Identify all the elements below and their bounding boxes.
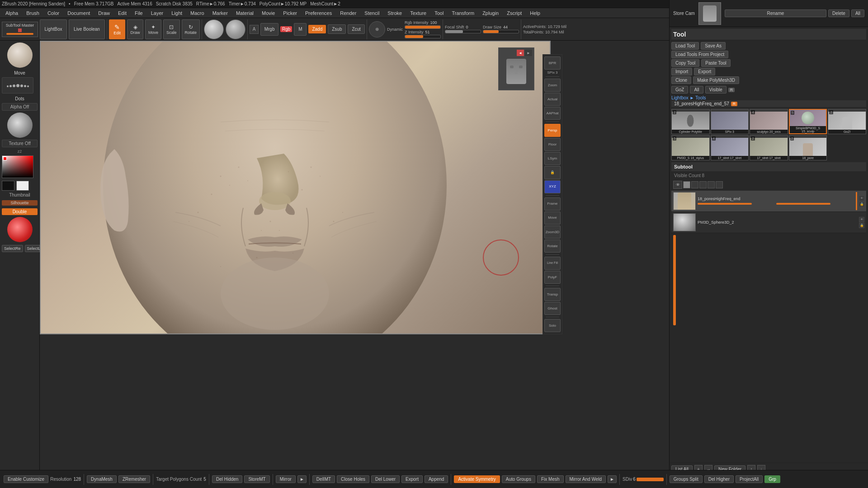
lightbox-button[interactable]: LightBox <box>40 19 67 39</box>
nav-arrow-right[interactable]: ► <box>525 50 532 56</box>
actual-button[interactable]: Actual <box>544 93 561 106</box>
menu-item-brush[interactable]: Brush <box>23 9 43 17</box>
dynamesh-button[interactable]: DynaMesh <box>87 475 117 483</box>
color-picker[interactable] <box>2 155 33 178</box>
menu-item-movie[interactable]: Movie <box>258 9 278 17</box>
move3d-button[interactable]: Move <box>544 211 561 225</box>
texture-sphere[interactable] <box>226 19 245 39</box>
append-button[interactable]: Append <box>425 475 448 483</box>
xyz-button[interactable]: XYZ <box>544 180 561 193</box>
tool-thumb-stret1[interactable]: 4 17_stret 17_stret <box>711 135 749 160</box>
subtool-item-sphere[interactable]: PM3D_Sphere3D_2 👁 🔒 <box>671 212 866 233</box>
menu-item-alpha[interactable]: Alpha <box>2 9 22 17</box>
black-swatch[interactable] <box>2 181 14 191</box>
texture-off-button[interactable]: Texture Off <box>2 140 38 147</box>
export-button[interactable]: Export <box>694 68 715 75</box>
subtool-ctrl-check3[interactable] <box>699 181 707 188</box>
make-polymesh3d-button[interactable]: Make PolyMesh3D <box>693 76 739 84</box>
auto-groups-button[interactable]: Auto Groups <box>502 475 535 483</box>
load-tools-from-project-button[interactable]: Load Tools From Project <box>671 51 728 58</box>
export-btn-bottom[interactable]: Export <box>401 475 423 483</box>
lock-button[interactable]: 🔒 <box>544 166 561 179</box>
tool-thumb-cylinder[interactable]: 2 Cylinder PolyMe <box>671 109 710 134</box>
subtool-ctrl-check4[interactable] <box>708 181 715 188</box>
alpha-off-button[interactable]: Alpha Off <box>2 103 38 111</box>
edit-button[interactable]: ✎ Edit <box>109 19 125 39</box>
paste-tool-button[interactable]: Paste Tool <box>701 59 731 67</box>
subtool-lock-icon2[interactable]: 🔒 <box>859 223 864 228</box>
transp-button[interactable]: Transp <box>544 288 561 301</box>
goz-button[interactable]: GoZ <box>671 86 688 94</box>
zadd-button[interactable]: Zadd <box>308 25 326 33</box>
brush-icon[interactable] <box>7 42 33 68</box>
menu-item-tool[interactable]: Tool <box>431 9 447 17</box>
nav-arrow-left[interactable]: ◄ <box>517 50 524 56</box>
stroke-preview[interactable] <box>2 77 33 94</box>
selectre-button[interactable]: SelectRe <box>2 245 23 252</box>
menu-item-preferences[interactable]: Preferences <box>302 9 335 17</box>
tool-thumb-sculp[interactable]: 4 sculptyo 20_orcs <box>750 109 788 134</box>
menu-item-marker[interactable]: Marker <box>209 9 231 17</box>
tool-thumb-pm3d[interactable]: 5 SimpleBPM3D_S 15_sculp <box>789 109 827 134</box>
menu-item-draw[interactable]: Draw <box>94 9 113 17</box>
delete-button[interactable]: Delete <box>828 9 849 17</box>
draw-size-slider[interactable] <box>483 30 519 33</box>
zoom3d-button[interactable]: Zoom3D <box>544 225 561 239</box>
frame-button[interactable]: Frame <box>544 197 561 211</box>
arrow2-button[interactable]: ► <box>608 475 617 483</box>
menu-item-picker[interactable]: Picker <box>279 9 301 17</box>
focal-shift-slider[interactable] <box>445 30 481 33</box>
tool-thumb-pore[interactable]: 2 18_pore <box>789 135 827 160</box>
tool-thumb-head[interactable]: 2 GoZ! <box>828 109 866 134</box>
subtool-ctrl-check1[interactable] <box>683 181 690 188</box>
del-lower-button[interactable]: Del Lower <box>371 475 400 483</box>
z-intensity-slider[interactable] <box>405 35 441 38</box>
rename-button[interactable]: Rename <box>725 9 826 17</box>
zremesher-button[interactable]: ZRemesher <box>118 475 150 483</box>
project-all-button[interactable]: ProjectAll <box>736 475 763 483</box>
menu-item-material[interactable]: Material <box>232 9 257 17</box>
activate-symmetry-button[interactable]: Activate Symmetry <box>454 475 500 483</box>
close-holes-button[interactable]: Close Holes <box>337 475 369 483</box>
store-mt-button[interactable]: StoreMT <box>244 475 269 483</box>
material-sphere[interactable] <box>7 217 33 242</box>
polyf-button[interactable]: PolyF <box>544 271 561 284</box>
lightbox-tools-label[interactable]: Lightbox ► Tools <box>671 95 706 100</box>
grp-button[interactable]: Grp <box>764 475 780 483</box>
menu-item-file[interactable]: File <box>131 9 146 17</box>
a-toggle[interactable]: A <box>250 25 259 34</box>
menu-item-edit[interactable]: Edit <box>114 9 130 17</box>
all-button[interactable]: All <box>851 9 864 17</box>
fix-mesh-button[interactable]: Fix Mesh <box>537 475 564 483</box>
subtool-eye-icon[interactable]: 👁 <box>859 196 864 201</box>
menu-item-transform[interactable]: Transform <box>448 9 478 17</box>
enable-customize-button[interactable]: Enable Customize <box>4 475 48 483</box>
copy-tool-button[interactable]: Copy Tool <box>671 59 699 67</box>
subtool-eye-icon2[interactable]: 👁 <box>859 217 864 222</box>
aaphat-button[interactable]: AAPhat <box>544 107 561 120</box>
dynamic-icon[interactable]: ⊕ <box>369 21 385 38</box>
visible-button[interactable]: Visible <box>705 86 726 94</box>
del-hidden-button[interactable]: Del Hidden <box>212 475 242 483</box>
menu-item-light[interactable]: Light <box>168 9 186 17</box>
rgb-intensity-slider[interactable] <box>405 25 441 29</box>
menu-item-zplugin[interactable]: Zplugin <box>479 9 502 17</box>
m-button[interactable]: M <box>294 23 307 36</box>
subtool-ctrl-check2[interactable] <box>691 181 698 188</box>
load-tool-button[interactable]: Load Tool <box>671 42 699 50</box>
all-button2[interactable]: All <box>690 86 703 94</box>
rotate3d-button[interactable]: Rotate <box>544 239 561 253</box>
zcut-button[interactable]: Zcut <box>348 24 364 34</box>
tool-thumb-stret2[interactable]: 2 17_stret 17_stret <box>750 135 788 160</box>
groups-split-button[interactable]: Groups Split <box>670 475 703 483</box>
menu-item-render[interactable]: Render <box>336 9 360 17</box>
menu-item-color[interactable]: Color <box>44 9 63 17</box>
menu-item-texture[interactable]: Texture <box>406 9 430 17</box>
rgb-button[interactable]: Rgb <box>280 26 292 32</box>
mirror-button[interactable]: Mirror <box>276 475 296 483</box>
menu-item-help[interactable]: Help <box>526 9 544 17</box>
subtool-ctrl-check5[interactable] <box>716 181 723 188</box>
mrgb-button[interactable]: Mrgb <box>260 23 278 36</box>
zsub-button[interactable]: Zsub <box>328 24 346 34</box>
white-swatch[interactable] <box>16 181 29 191</box>
